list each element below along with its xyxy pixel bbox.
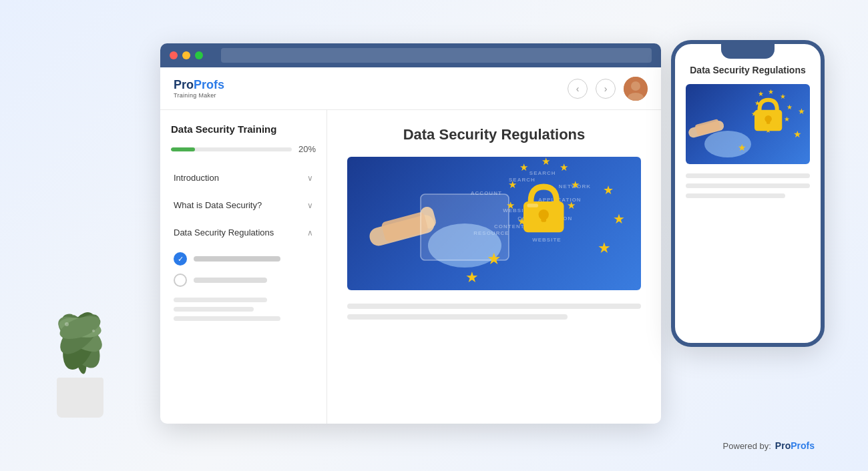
plant-leaves-svg xyxy=(40,274,120,381)
content-line-2 xyxy=(347,314,568,320)
svg-text:★: ★ xyxy=(793,129,802,139)
sidebar: Data Security Training 20% Int xyxy=(160,110,327,424)
regulations-header[interactable]: Data Security Regulations ∧ xyxy=(171,221,316,244)
svg-text:★: ★ xyxy=(768,88,774,95)
svg-text:★: ★ xyxy=(765,127,771,134)
minimize-dot[interactable] xyxy=(182,51,190,59)
introduction-header[interactable]: Introduction ∨ xyxy=(171,166,316,189)
eu-image-svg: ★ ★ ★ ★ ★ ★ ★ xyxy=(347,157,641,290)
regulations-items: ✓ xyxy=(171,244,316,295)
browser-window: ProProfs Training Maker ‹ › xyxy=(160,43,661,424)
item-label-bar-1 xyxy=(194,256,280,262)
ph-line-1 xyxy=(174,298,267,302)
svg-text:★: ★ xyxy=(560,161,568,173)
maximize-dot[interactable] xyxy=(195,51,203,59)
svg-text:★: ★ xyxy=(613,211,625,226)
powered-pro: Pro xyxy=(775,440,791,451)
what-is-title: What is Data Security? xyxy=(174,200,262,210)
check-mark-1: ✓ xyxy=(178,255,184,264)
svg-text:★: ★ xyxy=(798,107,805,116)
app-logo: ProProfs Training Maker xyxy=(174,79,224,99)
introduction-chevron: ∨ xyxy=(307,173,313,183)
phone-placeholder-lines xyxy=(686,173,810,198)
svg-text:★: ★ xyxy=(751,110,757,117)
regulations-title: Data Security Regulations xyxy=(174,227,274,238)
svg-point-7 xyxy=(65,322,69,326)
progress-section: 20% xyxy=(171,144,316,154)
lesson-image: SEARCH ACCOUNT WEBSITE NETWORK CONTENT A… xyxy=(347,157,641,290)
powered-logo: ProProfs xyxy=(775,440,815,451)
url-bar[interactable] xyxy=(221,48,652,63)
next-button[interactable]: › xyxy=(596,79,616,99)
avatar[interactable] xyxy=(624,77,648,101)
browser-body: ProProfs Training Maker ‹ › xyxy=(160,67,661,424)
svg-text:★: ★ xyxy=(571,179,580,190)
svg-point-11 xyxy=(631,81,640,91)
phone-content: Data Security Regulations xyxy=(675,44,821,343)
svg-point-9 xyxy=(72,313,75,316)
progress-track xyxy=(171,147,292,151)
main-content: Data Security Training 20% Int xyxy=(160,110,661,424)
svg-point-8 xyxy=(92,330,95,332)
phone-mockup: Data Security Regulations xyxy=(671,40,825,347)
item-label-bar-2 xyxy=(194,278,267,283)
svg-text:★: ★ xyxy=(537,221,546,233)
sidebar-section-introduction: Introduction ∨ xyxy=(171,166,316,189)
phone-image-svg: ★ ★ ★ ★ ★ ★ ★ ★ ★ ★ ★ ★ ★ xyxy=(686,84,810,164)
phone-notch xyxy=(721,44,775,59)
svg-text:★: ★ xyxy=(784,115,790,123)
ph-line-2 xyxy=(174,307,254,312)
scene: ProProfs Training Maker ‹ › xyxy=(0,0,868,471)
plant-decoration xyxy=(40,284,120,418)
check-circle-1: ✓ xyxy=(174,252,187,266)
powered-profs: Profs xyxy=(791,440,815,451)
sidebar-section-what-is: What is Data Security? ∨ xyxy=(171,193,316,217)
app-navbar: ProProfs Training Maker ‹ › xyxy=(160,67,661,110)
regulations-item-1[interactable]: ✓ xyxy=(171,248,316,270)
ph-line-3 xyxy=(174,316,280,321)
phone-line-3 xyxy=(686,193,785,198)
logo-pro: Pro xyxy=(174,78,194,91)
logo-text: ProProfs xyxy=(174,79,224,91)
browser-titlebar xyxy=(160,43,661,67)
course-title: Data Security Training xyxy=(171,123,316,135)
svg-rect-42 xyxy=(767,119,770,124)
introduction-title: Introduction xyxy=(174,173,219,183)
content-line-1 xyxy=(347,304,641,309)
prev-button[interactable]: ‹ xyxy=(568,79,588,99)
what-is-header[interactable]: What is Data Security? ∨ xyxy=(171,193,316,217)
phone-lesson-title: Data Security Regulations xyxy=(686,64,810,76)
progress-label: 20% xyxy=(298,144,316,154)
close-dot[interactable] xyxy=(170,51,178,59)
svg-text:★: ★ xyxy=(567,199,576,211)
navbar-right: ‹ › xyxy=(568,77,648,101)
phone-line-1 xyxy=(686,173,810,178)
svg-text:★: ★ xyxy=(487,250,501,268)
phone-image: ★ ★ ★ ★ ★ ★ ★ ★ ★ ★ ★ ★ ★ xyxy=(686,84,810,164)
svg-text:★: ★ xyxy=(777,123,783,131)
svg-text:★: ★ xyxy=(556,214,565,225)
svg-text:★: ★ xyxy=(758,90,764,97)
svg-text:★: ★ xyxy=(754,121,761,129)
content-lines xyxy=(347,304,641,320)
phone-line-2 xyxy=(686,183,810,188)
logo-profs: Profs xyxy=(194,78,224,91)
logo-subtitle: Training Maker xyxy=(174,92,224,99)
svg-text:★: ★ xyxy=(603,183,614,197)
svg-text:★: ★ xyxy=(465,269,479,286)
svg-text:★: ★ xyxy=(780,93,786,100)
sidebar-section-regulations: Data Security Regulations ∧ ✓ xyxy=(171,221,316,328)
svg-text:★: ★ xyxy=(541,157,550,167)
svg-text:★: ★ xyxy=(598,240,611,256)
powered-by-label: Powered by: xyxy=(723,441,771,451)
lesson-title: Data Security Regulations xyxy=(347,126,641,143)
check-circle-2 xyxy=(174,274,187,287)
progress-fill xyxy=(171,147,195,151)
regulations-chevron: ∧ xyxy=(307,228,313,238)
course-content-area: Data Security Regulations SEARCH ACCOUNT… xyxy=(327,110,661,424)
progress-bar-container: 20% xyxy=(171,144,316,154)
regulations-item-2[interactable] xyxy=(171,270,316,291)
svg-text:★: ★ xyxy=(738,142,746,153)
powered-by: Powered by: ProProfs xyxy=(723,440,815,451)
svg-text:★: ★ xyxy=(519,161,528,173)
